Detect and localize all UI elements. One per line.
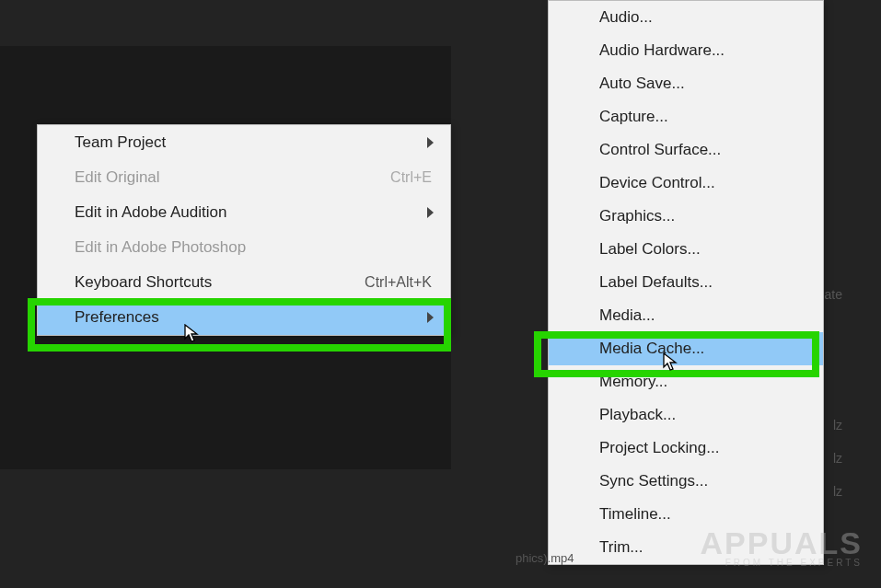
bg-text-fragment: lz [833, 418, 842, 432]
menu-item-label: Timeline... [599, 505, 671, 524]
menu-item-label: Preferences [75, 308, 159, 327]
bg-text-fragment: ate [825, 287, 842, 302]
menu-item-label: Label Colors... [599, 240, 701, 259]
watermark-brand: APPUALS [701, 525, 863, 561]
menu-item-label: Project Locking... [599, 439, 719, 457]
menu-item-label: Memory... [599, 373, 667, 391]
menu-item-label: Team Project [75, 133, 166, 152]
submenu-item-audio-hardware[interactable]: Audio Hardware... [549, 34, 823, 67]
edit-menu[interactable]: Team Project Edit Original Ctrl+E Edit i… [37, 124, 451, 336]
menu-item-edit-audition[interactable]: Edit in Adobe Audition [38, 195, 450, 230]
menu-item-label: Media... [599, 306, 655, 325]
submenu-item-capture[interactable]: Capture... [549, 100, 823, 133]
menu-item-edit-original: Edit Original Ctrl+E [38, 160, 450, 195]
menu-item-edit-photoshop: Edit in Adobe Photoshop [38, 230, 450, 265]
submenu-item-memory[interactable]: Memory... [549, 365, 823, 398]
menu-item-label: Playback... [599, 406, 676, 424]
menu-item-label: Label Defaults... [599, 273, 713, 292]
menu-item-label: Control Surface... [599, 141, 721, 159]
menu-item-label: Device Control... [599, 174, 715, 192]
submenu-item-control-surface[interactable]: Control Surface... [549, 133, 823, 167]
menu-item-label: Edit Original [75, 168, 160, 187]
menu-item-label: Trim... [599, 538, 643, 557]
submenu-item-sync-settings[interactable]: Sync Settings... [549, 465, 823, 498]
menu-item-preferences[interactable]: Preferences [38, 300, 450, 335]
submenu-item-project-locking[interactable]: Project Locking... [549, 432, 823, 465]
menu-item-label: Sync Settings... [599, 472, 708, 490]
submenu-item-media[interactable]: Media... [549, 299, 823, 332]
menu-item-label: Audio Hardware... [599, 41, 725, 60]
menu-item-label: Keyboard Shortcuts [75, 273, 212, 292]
preferences-submenu[interactable]: Audio... Audio Hardware... Auto Save... … [548, 0, 824, 565]
menu-item-label: Graphics... [599, 207, 675, 225]
menu-item-label: Edit in Adobe Audition [75, 203, 226, 222]
submenu-item-media-cache[interactable]: Media Cache... [549, 332, 823, 365]
submenu-item-playback[interactable]: Playback... [549, 398, 823, 432]
menu-item-keyboard-shortcuts[interactable]: Keyboard Shortcuts Ctrl+Alt+K [38, 265, 450, 300]
bg-text-fragment: lz [833, 451, 842, 466]
menu-item-label: Audio... [599, 8, 653, 27]
bg-text-fragment: phics).mp4 [516, 551, 574, 565]
menu-item-team-project[interactable]: Team Project [38, 125, 450, 160]
submenu-item-device-control[interactable]: Device Control... [549, 167, 823, 200]
menu-item-shortcut: Ctrl+E [390, 169, 432, 186]
submenu-item-label-colors[interactable]: Label Colors... [549, 233, 823, 266]
submenu-item-graphics[interactable]: Graphics... [549, 200, 823, 233]
submenu-item-audio[interactable]: Audio... [549, 1, 823, 34]
menu-item-label: Capture... [599, 108, 668, 126]
menu-item-shortcut: Ctrl+Alt+K [365, 274, 432, 291]
submenu-item-auto-save[interactable]: Auto Save... [549, 67, 823, 100]
menu-item-label: Auto Save... [599, 75, 685, 93]
menu-item-label: Media Cache... [599, 340, 704, 358]
watermark-logo: APPUALS FROM THE EXPERTS [701, 525, 863, 568]
watermark-tagline: FROM THE EXPERTS [701, 558, 863, 568]
bg-text-fragment: lz [833, 484, 842, 499]
menu-item-label: Edit in Adobe Photoshop [75, 238, 246, 257]
submenu-item-label-defaults[interactable]: Label Defaults... [549, 266, 823, 299]
